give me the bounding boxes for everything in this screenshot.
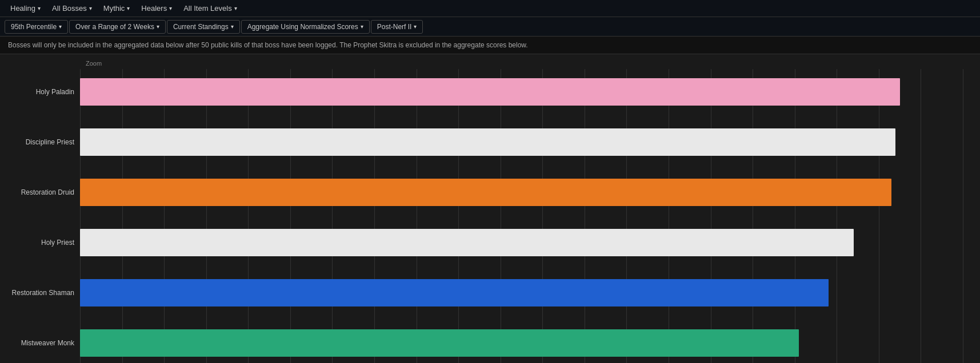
chevron-icon: ▾ [38, 5, 41, 11]
bar-row: Restoration Druid [80, 170, 963, 215]
chart-container: Zoom Holy PaladinDiscipline PriestRestor… [0, 54, 980, 363]
chevron-icon: ▾ [231, 23, 234, 30]
bar-label: Holy Paladin [0, 88, 74, 96]
nav-healing[interactable]: Healing ▾ [5, 2, 46, 15]
nav-item-levels[interactable]: All Item Levels ▾ [178, 2, 243, 15]
bar-fill[interactable] [80, 329, 799, 357]
bar-label: Mistweaver Monk [0, 339, 74, 347]
bar-track [80, 179, 963, 206]
bar-label: Holy Priest [0, 239, 74, 247]
chevron-icon: ▾ [361, 23, 363, 30]
btn-percentile[interactable]: 95th Percentile ▾ [5, 20, 68, 34]
bar-fill[interactable] [80, 179, 891, 206]
grid-line [963, 69, 963, 363]
chevron-icon: ▾ [234, 5, 237, 11]
bar-track [80, 128, 963, 156]
bar-row: Discipline Priest [80, 119, 963, 165]
bar-row: Holy Paladin [80, 69, 963, 115]
zoom-label: Zoom [86, 60, 980, 67]
btn-post-nerf[interactable]: Post-Nerf II ▾ [371, 20, 423, 34]
chevron-icon: ▾ [89, 5, 92, 11]
btn-aggregate[interactable]: Aggregate Using Normalized Scores ▾ [241, 20, 370, 34]
bar-row: Holy Priest [80, 220, 963, 265]
chart-area: Holy PaladinDiscipline PriestRestoration… [80, 69, 963, 363]
bar-fill[interactable] [80, 78, 900, 106]
chevron-icon: ▾ [59, 23, 62, 30]
nav-mythic[interactable]: Mythic ▾ [98, 2, 136, 15]
bar-track [80, 78, 963, 106]
bar-fill[interactable] [80, 279, 829, 306]
bar-fill[interactable] [80, 229, 854, 256]
nav-healers[interactable]: Healers ▾ [135, 2, 178, 15]
bar-track [80, 229, 963, 256]
btn-weeks[interactable]: Over a Range of 2 Weeks ▾ [69, 20, 166, 34]
chevron-icon: ▾ [157, 23, 159, 30]
nav-all-bosses[interactable]: All Bosses ▾ [46, 2, 98, 15]
chevron-icon: ▾ [414, 23, 417, 30]
bar-label: Discipline Priest [0, 138, 74, 146]
info-bar: Bosses will only be included in the aggr… [0, 37, 980, 54]
bar-row: Restoration Shaman [80, 270, 963, 316]
bar-track [80, 329, 963, 357]
top-nav: Healing ▾ All Bosses ▾ Mythic ▾ Healers … [0, 0, 980, 17]
bar-track [80, 279, 963, 306]
bar-label: Restoration Shaman [0, 289, 74, 297]
bar-fill[interactable] [80, 128, 895, 156]
bar-row: Mistweaver Monk [80, 320, 963, 363]
bar-label: Restoration Druid [0, 188, 74, 196]
chevron-icon: ▾ [127, 5, 130, 11]
btn-standings[interactable]: Current Standings ▾ [167, 20, 240, 34]
second-nav: 95th Percentile ▾ Over a Range of 2 Week… [0, 17, 980, 37]
chevron-icon: ▾ [169, 5, 172, 11]
bars-container: Holy PaladinDiscipline PriestRestoration… [80, 69, 963, 363]
